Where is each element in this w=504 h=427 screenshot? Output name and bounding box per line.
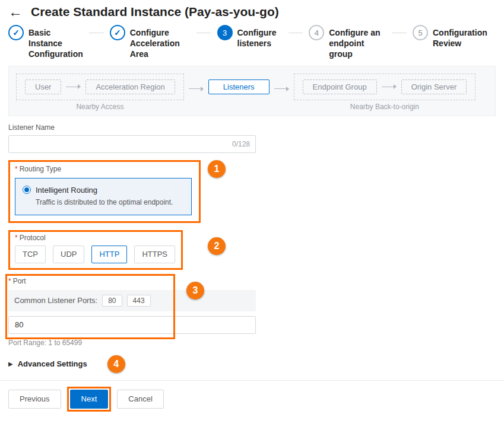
- wizard-stepper: ✓ Basic Instance Configuration ✓ Configu…: [0, 20, 504, 63]
- step-done-check-icon: ✓: [8, 25, 24, 40]
- step-configure-endpoint-group: 4 Configure an endpoint group: [309, 25, 386, 60]
- step-connector: [89, 33, 104, 33]
- port-section: *Port Common Listener Ports: 80 443 3: [8, 277, 256, 334]
- protocol-option-http[interactable]: HTTP: [91, 246, 127, 263]
- wizard-footer: Previous Next Cancel: [0, 380, 504, 418]
- page-header: ← Create Standard Instance (Pay-as-you-g…: [0, 0, 504, 20]
- protocol-option-udp[interactable]: UDP: [53, 246, 84, 263]
- next-button[interactable]: Next: [70, 390, 109, 409]
- radio-selected-icon[interactable]: [23, 186, 31, 194]
- step-configure-acceleration-area: ✓ Configure Acceleration Area: [110, 25, 191, 60]
- back-arrow-icon[interactable]: ←: [8, 5, 23, 19]
- flow-node-listeners: Listeners: [208, 79, 270, 94]
- flow-group-nearby-back-to-origin: Endpoint Group Origin Server Nearby Back…: [294, 74, 476, 111]
- step-connector: [196, 33, 211, 33]
- step-number: 3: [217, 25, 233, 40]
- protocol-section: *Protocol TCP UDP HTTP HTTPS 2: [8, 230, 183, 270]
- listener-name-label: Listener Name: [8, 123, 496, 132]
- step-label: Configure Acceleration Area: [130, 25, 191, 60]
- annotation-badge-2: 2: [208, 237, 226, 255]
- step-configure-listeners: 3 Configure listeners: [217, 25, 283, 49]
- step-label: Configure listeners: [237, 25, 283, 49]
- step-configuration-review: 5 Configuration Review: [413, 25, 496, 49]
- flow-arrow-icon: [189, 87, 204, 91]
- required-asterisk: *: [15, 165, 18, 173]
- step-number: 4: [309, 25, 324, 40]
- advanced-settings-toggle[interactable]: ▶ Advanced Settings 4: [8, 355, 125, 373]
- routing-type-section: *Routing Type Intelligent Routing Traffi…: [8, 160, 201, 223]
- flow-caption-nearby-access: Nearby Access: [76, 103, 123, 111]
- flow-node-user: User: [25, 79, 61, 94]
- annotation-badge-4: 4: [107, 355, 125, 373]
- step-done-check-icon: ✓: [110, 25, 125, 40]
- step-label: Basic Instance Configuration: [28, 25, 83, 60]
- flow-arrow-icon: [382, 84, 397, 89]
- highlight-frame-protocol: *Protocol TCP UDP HTTP HTTPS: [8, 230, 183, 270]
- cancel-button[interactable]: Cancel: [117, 390, 163, 409]
- advanced-settings-label: Advanced Settings: [18, 359, 87, 368]
- step-basic-instance-configuration: ✓ Basic Instance Configuration: [8, 25, 83, 60]
- step-label: Configure an endpoint group: [329, 25, 386, 60]
- previous-button[interactable]: Previous: [8, 390, 61, 409]
- step-label: Configuration Review: [433, 25, 496, 49]
- annotation-badge-1: 1: [208, 160, 226, 178]
- protocol-option-https[interactable]: HTTPS: [134, 246, 175, 263]
- port-label: *Port: [8, 277, 256, 285]
- common-port-80-button[interactable]: 80: [102, 295, 122, 307]
- required-asterisk: *: [8, 277, 11, 285]
- port-range-hint: Port Range: 1 to 65499: [8, 339, 496, 347]
- required-asterisk: *: [15, 234, 18, 242]
- page-title: Create Standard Instance (Pay-as-you-go): [31, 5, 279, 19]
- common-listener-ports-label: Common Listener Ports:: [14, 296, 97, 305]
- common-port-443-button[interactable]: 443: [127, 295, 151, 307]
- step-connector: [392, 33, 407, 33]
- common-listener-ports-bar: Common Listener Ports: 80 443: [8, 290, 256, 311]
- listener-form: Listener Name 0/128 *Routing Type Intell…: [0, 123, 504, 373]
- char-counter: 0/128: [232, 140, 250, 148]
- flow-node-acceleration-region: Acceleration Region: [85, 79, 175, 94]
- flow-node-endpoint-group: Endpoint Group: [303, 79, 377, 94]
- routing-option-title: Intelligent Routing: [36, 186, 97, 195]
- routing-option-desc: Traffic is distributed to the optimal en…: [36, 198, 184, 206]
- protocol-label: *Protocol: [15, 234, 176, 242]
- flow-node-origin-server: Origin Server: [401, 79, 467, 94]
- listener-name-input[interactable]: [8, 135, 256, 153]
- create-standard-instance-page: ← Create Standard Instance (Pay-as-you-g…: [0, 0, 504, 427]
- step-number: 5: [413, 25, 428, 40]
- flow-diagram: User Acceleration Region Nearby Access L…: [8, 66, 496, 116]
- routing-type-label: *Routing Type: [15, 165, 194, 173]
- flow-group-nearby-access: User Acceleration Region Nearby Access: [16, 74, 184, 111]
- protocol-option-tcp[interactable]: TCP: [15, 246, 46, 263]
- flow-caption-nearby-back-to-origin: Nearby Back-to-origin: [350, 103, 419, 111]
- annotation-badge-3: 3: [186, 282, 204, 299]
- flow-arrow-icon: [274, 87, 289, 91]
- next-highlight-frame: Next: [67, 387, 112, 412]
- highlight-frame-routing: *Routing Type Intelligent Routing Traffi…: [8, 160, 201, 223]
- routing-option-intelligent-routing[interactable]: Intelligent Routing Traffic is distribut…: [15, 178, 192, 215]
- step-connector: [289, 33, 303, 33]
- port-input[interactable]: [8, 316, 256, 334]
- caret-right-icon: ▶: [8, 361, 13, 367]
- flow-arrow-icon: [66, 84, 81, 89]
